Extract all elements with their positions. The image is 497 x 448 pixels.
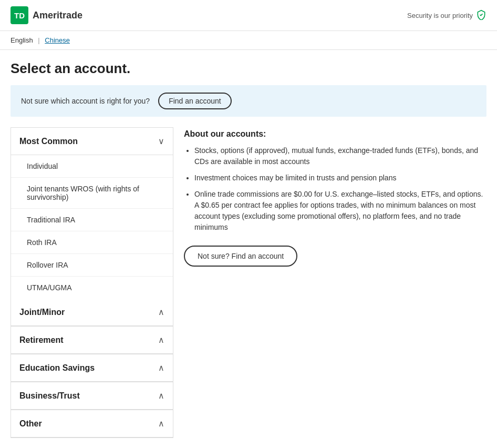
td-logo: TD [11,6,28,24]
business-trust-label: Business/Trust [19,391,80,401]
other-label: Other [19,419,42,429]
education-savings-header[interactable]: Education Savings ∧ [11,354,173,382]
category-most-common[interactable]: Most Common ∨ [11,128,173,155]
most-common-items: Individual Joint tenants WROS (with righ… [11,155,173,299]
chinese-language-link[interactable]: Chinese [45,36,70,44]
category-other: Other ∧ [11,410,173,437]
security-text: Security is our priority [407,12,473,19]
account-item-utma-ugma[interactable]: UTMA/UGMA [11,277,173,299]
security-area: Security is our priority [407,9,486,22]
english-language-link[interactable]: English [11,36,33,44]
joint-minor-chevron: ∧ [158,307,164,317]
joint-minor-header[interactable]: Joint/Minor ∧ [11,299,173,326]
education-savings-chevron: ∧ [158,363,164,373]
category-education-savings: Education Savings ∧ [11,354,173,382]
other-chevron: ∧ [158,419,164,429]
language-separator: | [38,36,39,44]
right-content: About our accounts: Stocks, options (if … [184,127,486,438]
find-account-button[interactable]: Find an account [158,93,232,109]
business-trust-chevron: ∧ [158,391,164,401]
category-joint-minor: Joint/Minor ∧ [11,299,173,327]
account-sidebar: Most Common ∨ Individual Joint tenants W… [11,127,173,438]
find-account-banner: Not sure which account is right for you?… [11,85,486,117]
banner-text: Not sure which account is right for you? [21,97,150,105]
retirement-header[interactable]: Retirement ∧ [11,327,173,354]
most-common-label: Most Common [19,137,78,146]
header: TD Ameritrade Security is our priority [0,0,497,31]
about-accounts-list: Stocks, options (if approved), mutual fu… [184,145,486,233]
account-item-joint-wros[interactable]: Joint tenants WROS (with rights of survi… [11,178,173,209]
category-retirement: Retirement ∧ [11,327,173,354]
account-item-traditional-ira[interactable]: Traditional IRA [11,209,173,231]
logo-area: TD Ameritrade [11,6,82,24]
about-bullet-2: Investment choices may be limited in tru… [194,172,486,184]
education-savings-label: Education Savings [19,363,95,373]
about-accounts-title: About our accounts: [184,129,486,139]
retirement-chevron: ∧ [158,335,164,345]
account-item-rollover-ira[interactable]: Rollover IRA [11,254,173,277]
ameritrade-logo-text: Ameritrade [33,10,82,21]
other-header[interactable]: Other ∧ [11,410,173,437]
joint-minor-label: Joint/Minor [19,308,65,317]
not-sure-find-account-button[interactable]: Not sure? Find an account [184,246,297,267]
business-trust-header[interactable]: Business/Trust ∧ [11,382,173,410]
category-business-trust: Business/Trust ∧ [11,382,173,410]
retirement-label: Retirement [19,335,64,345]
most-common-chevron: ∨ [158,136,164,146]
account-item-individual[interactable]: Individual [11,155,173,178]
about-bullet-3: Online trade commissions are $0.00 for U… [194,189,486,233]
account-item-roth-ira[interactable]: Roth IRA [11,231,173,254]
language-bar: English | Chinese [0,31,497,50]
main-content: Most Common ∨ Individual Joint tenants W… [11,127,486,438]
page-title: Select an account. [0,50,497,85]
about-bullet-1: Stocks, options (if approved), mutual fu… [194,145,486,167]
shield-icon [476,9,486,22]
